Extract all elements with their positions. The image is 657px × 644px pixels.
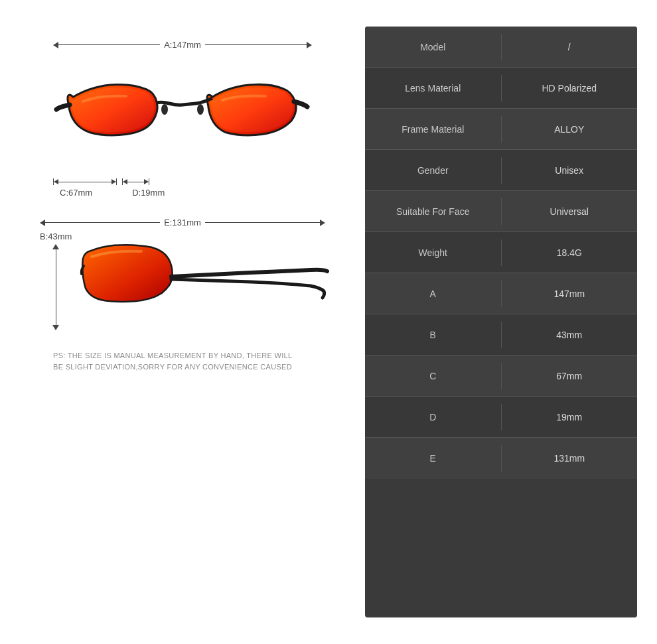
- spec-key: Gender: [365, 159, 501, 182]
- spec-value: Unisex: [502, 159, 638, 182]
- spec-key: B: [365, 323, 501, 347]
- spec-value: Universal: [502, 200, 638, 224]
- side-glasses-wrap: B:43mm: [40, 231, 325, 330]
- spec-key: E: [365, 446, 501, 470]
- spec-key: Lens Material: [365, 76, 501, 100]
- ps-note: PS: THE SIZE IS MANUAL MEASUREMENT BY HA…: [53, 350, 312, 372]
- dim-b-label: B:43mm: [40, 231, 72, 241]
- spec-row: D 19mm: [365, 397, 637, 438]
- svg-point-1: [197, 104, 204, 115]
- glasses-side-view: [78, 238, 330, 324]
- spec-key: Suitable For Face: [365, 200, 501, 224]
- dim-c-label: C:67mm: [60, 188, 92, 198]
- spec-row: Gender Unisex: [365, 150, 637, 191]
- spec-key: D: [365, 405, 501, 429]
- spec-key: Model: [365, 35, 501, 59]
- svg-point-0: [161, 104, 168, 115]
- spec-value: 18.4G: [502, 241, 638, 265]
- spec-value: 147mm: [502, 282, 638, 306]
- spec-value: 67mm: [502, 364, 638, 388]
- spec-row: A 147mm: [365, 273, 637, 314]
- spec-row: Frame Material ALLOY: [365, 109, 637, 150]
- spec-key: Weight: [365, 241, 501, 265]
- spec-row: C 67mm: [365, 355, 637, 397]
- dim-e-arrow: E:131mm: [40, 218, 325, 227]
- spec-value: 131mm: [502, 446, 638, 470]
- page-container: A:147mm: [0, 0, 657, 644]
- side-view-section: E:131mm B:43mm: [40, 218, 325, 330]
- dim-cd-row: [53, 178, 312, 185]
- spec-row: B 43mm: [365, 314, 637, 355]
- spec-value: 43mm: [502, 323, 638, 347]
- spec-value: 19mm: [502, 405, 638, 429]
- spec-key: Frame Material: [365, 117, 501, 141]
- glasses-front-view: [53, 62, 312, 168]
- left-panel: A:147mm: [20, 27, 345, 617]
- spec-value: /: [502, 35, 638, 59]
- spec-row: E 131mm: [365, 438, 637, 479]
- dim-e-label: E:131mm: [164, 218, 201, 227]
- spec-row: Weight 18.4G: [365, 232, 637, 273]
- dim-d-label: D:19mm: [132, 188, 165, 198]
- spec-row: Model /: [365, 27, 637, 68]
- spec-row: Suitable For Face Universal: [365, 191, 637, 232]
- dim-cd-labels: C:67mm D:19mm: [53, 188, 312, 198]
- spec-value: HD Polarized: [502, 76, 638, 100]
- dim-a-label: A:147mm: [164, 40, 201, 50]
- ps-line1: PS: THE SIZE IS MANUAL MEASUREMENT BY HA…: [53, 350, 312, 361]
- spec-value: ALLOY: [502, 117, 638, 141]
- spec-row: Lens Material HD Polarized: [365, 68, 637, 109]
- dim-b-arrow: [52, 244, 59, 330]
- dim-a-arrow: A:147mm: [53, 40, 312, 50]
- spec-key: A: [365, 282, 501, 306]
- ps-line2: BE SLIGHT DEVIATION,SORRY FOR ANY CONVEN…: [53, 361, 312, 373]
- specs-table: Model / Lens Material HD Polarized Frame…: [365, 27, 637, 617]
- spec-key: C: [365, 364, 501, 388]
